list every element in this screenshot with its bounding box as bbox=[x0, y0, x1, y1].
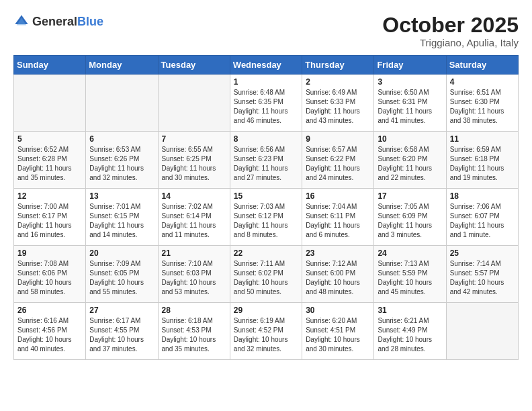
day-info: Sunrise: 7:02 AM Sunset: 6:14 PM Dayligh… bbox=[162, 202, 226, 240]
weekday-header-friday: Friday bbox=[374, 56, 446, 75]
day-cell: 14Sunrise: 7:02 AM Sunset: 6:14 PM Dayli… bbox=[158, 189, 230, 246]
day-number: 4 bbox=[450, 77, 515, 87]
day-cell: 9Sunrise: 6:57 AM Sunset: 6:22 PM Daylig… bbox=[302, 132, 374, 189]
day-cell: 18Sunrise: 7:06 AM Sunset: 6:07 PM Dayli… bbox=[446, 189, 518, 246]
day-info: Sunrise: 6:50 AM Sunset: 6:31 PM Dayligh… bbox=[378, 88, 442, 126]
day-number: 21 bbox=[162, 248, 226, 258]
day-cell: 15Sunrise: 7:03 AM Sunset: 6:12 PM Dayli… bbox=[230, 189, 302, 246]
day-number: 12 bbox=[17, 191, 82, 201]
day-number: 29 bbox=[234, 306, 298, 315]
day-number: 18 bbox=[450, 191, 515, 201]
day-number: 22 bbox=[234, 248, 298, 258]
day-info: Sunrise: 6:52 AM Sunset: 6:28 PM Dayligh… bbox=[17, 145, 82, 183]
weekday-header-row: SundayMondayTuesdayWednesdayThursdayFrid… bbox=[14, 56, 519, 75]
day-info: Sunrise: 6:57 AM Sunset: 6:22 PM Dayligh… bbox=[306, 145, 370, 183]
day-cell: 3Sunrise: 6:50 AM Sunset: 6:31 PM Daylig… bbox=[374, 75, 446, 132]
day-number: 19 bbox=[17, 248, 82, 258]
day-cell: 28Sunrise: 6:18 AM Sunset: 4:53 PM Dayli… bbox=[158, 303, 230, 360]
day-number: 15 bbox=[234, 191, 298, 201]
day-number: 26 bbox=[17, 306, 82, 315]
day-cell: 19Sunrise: 7:08 AM Sunset: 6:06 PM Dayli… bbox=[14, 246, 86, 303]
day-number: 8 bbox=[234, 134, 298, 144]
weekday-header-sunday: Sunday bbox=[14, 56, 86, 75]
day-info: Sunrise: 7:06 AM Sunset: 6:07 PM Dayligh… bbox=[450, 202, 515, 240]
day-cell: 23Sunrise: 7:12 AM Sunset: 6:00 PM Dayli… bbox=[302, 246, 374, 303]
day-cell bbox=[14, 75, 86, 132]
day-cell: 27Sunrise: 6:17 AM Sunset: 4:55 PM Dayli… bbox=[86, 303, 158, 360]
weekday-header-wednesday: Wednesday bbox=[230, 56, 302, 75]
day-number: 25 bbox=[450, 248, 515, 258]
day-info: Sunrise: 7:05 AM Sunset: 6:09 PM Dayligh… bbox=[378, 202, 442, 240]
day-number: 5 bbox=[17, 134, 82, 144]
day-info: Sunrise: 6:53 AM Sunset: 6:26 PM Dayligh… bbox=[89, 145, 154, 183]
day-cell bbox=[446, 303, 518, 360]
day-info: Sunrise: 7:04 AM Sunset: 6:11 PM Dayligh… bbox=[306, 202, 370, 240]
day-cell: 1Sunrise: 6:48 AM Sunset: 6:35 PM Daylig… bbox=[230, 75, 302, 132]
day-info: Sunrise: 6:18 AM Sunset: 4:53 PM Dayligh… bbox=[162, 316, 226, 354]
day-cell bbox=[86, 75, 158, 132]
day-number: 10 bbox=[378, 134, 442, 144]
day-cell: 30Sunrise: 6:20 AM Sunset: 4:51 PM Dayli… bbox=[302, 303, 374, 360]
day-number: 11 bbox=[450, 134, 515, 144]
title-block: October 2025 Triggiano, Apulia, Italy bbox=[382, 13, 519, 48]
day-number: 23 bbox=[306, 248, 370, 258]
week-row-5: 26Sunrise: 6:16 AM Sunset: 4:56 PM Dayli… bbox=[14, 303, 519, 360]
day-info: Sunrise: 6:20 AM Sunset: 4:51 PM Dayligh… bbox=[306, 316, 370, 354]
day-number: 16 bbox=[306, 191, 370, 201]
day-number: 31 bbox=[378, 306, 442, 315]
day-cell: 7Sunrise: 6:55 AM Sunset: 6:25 PM Daylig… bbox=[158, 132, 230, 189]
page-header: GeneralBlue October 2025 Triggiano, Apul… bbox=[13, 13, 519, 48]
day-cell: 17Sunrise: 7:05 AM Sunset: 6:09 PM Dayli… bbox=[374, 189, 446, 246]
location-title: Triggiano, Apulia, Italy bbox=[382, 37, 519, 48]
day-cell bbox=[158, 75, 230, 132]
day-cell: 5Sunrise: 6:52 AM Sunset: 6:28 PM Daylig… bbox=[14, 132, 86, 189]
logo-text-general: General bbox=[32, 15, 77, 28]
day-number: 6 bbox=[89, 134, 154, 144]
day-number: 17 bbox=[378, 191, 442, 201]
logo-text-blue: Blue bbox=[77, 15, 103, 28]
day-info: Sunrise: 6:48 AM Sunset: 6:35 PM Dayligh… bbox=[234, 88, 298, 126]
day-number: 9 bbox=[306, 134, 370, 144]
day-info: Sunrise: 7:10 AM Sunset: 6:03 PM Dayligh… bbox=[162, 259, 226, 297]
day-number: 3 bbox=[378, 77, 442, 87]
week-row-2: 5Sunrise: 6:52 AM Sunset: 6:28 PM Daylig… bbox=[14, 132, 519, 189]
day-info: Sunrise: 6:16 AM Sunset: 4:56 PM Dayligh… bbox=[17, 316, 82, 354]
day-cell: 6Sunrise: 6:53 AM Sunset: 6:26 PM Daylig… bbox=[86, 132, 158, 189]
day-cell: 11Sunrise: 6:59 AM Sunset: 6:18 PM Dayli… bbox=[446, 132, 518, 189]
day-number: 2 bbox=[306, 77, 370, 87]
week-row-1: 1Sunrise: 6:48 AM Sunset: 6:35 PM Daylig… bbox=[14, 75, 519, 132]
day-cell: 21Sunrise: 7:10 AM Sunset: 6:03 PM Dayli… bbox=[158, 246, 230, 303]
logo: GeneralBlue bbox=[13, 13, 103, 30]
day-number: 7 bbox=[162, 134, 226, 144]
day-cell: 4Sunrise: 6:51 AM Sunset: 6:30 PM Daylig… bbox=[446, 75, 518, 132]
day-info: Sunrise: 7:08 AM Sunset: 6:06 PM Dayligh… bbox=[17, 259, 82, 297]
day-cell: 16Sunrise: 7:04 AM Sunset: 6:11 PM Dayli… bbox=[302, 189, 374, 246]
day-number: 30 bbox=[306, 306, 370, 315]
logo-icon bbox=[13, 13, 30, 30]
day-number: 1 bbox=[234, 77, 298, 87]
day-number: 13 bbox=[89, 191, 154, 201]
day-info: Sunrise: 6:55 AM Sunset: 6:25 PM Dayligh… bbox=[162, 145, 226, 183]
day-info: Sunrise: 6:49 AM Sunset: 6:33 PM Dayligh… bbox=[306, 88, 370, 126]
day-cell: 20Sunrise: 7:09 AM Sunset: 6:05 PM Dayli… bbox=[86, 246, 158, 303]
day-cell: 24Sunrise: 7:13 AM Sunset: 5:59 PM Dayli… bbox=[374, 246, 446, 303]
weekday-header-monday: Monday bbox=[86, 56, 158, 75]
day-info: Sunrise: 6:51 AM Sunset: 6:30 PM Dayligh… bbox=[450, 88, 515, 126]
day-info: Sunrise: 7:13 AM Sunset: 5:59 PM Dayligh… bbox=[378, 259, 442, 297]
day-info: Sunrise: 7:09 AM Sunset: 6:05 PM Dayligh… bbox=[89, 259, 154, 297]
day-info: Sunrise: 6:59 AM Sunset: 6:18 PM Dayligh… bbox=[450, 145, 515, 183]
weekday-header-thursday: Thursday bbox=[302, 56, 374, 75]
day-cell: 13Sunrise: 7:01 AM Sunset: 6:15 PM Dayli… bbox=[86, 189, 158, 246]
day-info: Sunrise: 7:00 AM Sunset: 6:17 PM Dayligh… bbox=[17, 202, 82, 240]
day-cell: 25Sunrise: 7:14 AM Sunset: 5:57 PM Dayli… bbox=[446, 246, 518, 303]
week-row-3: 12Sunrise: 7:00 AM Sunset: 6:17 PM Dayli… bbox=[14, 189, 519, 246]
day-cell: 10Sunrise: 6:58 AM Sunset: 6:20 PM Dayli… bbox=[374, 132, 446, 189]
day-number: 28 bbox=[162, 306, 226, 315]
day-cell: 2Sunrise: 6:49 AM Sunset: 6:33 PM Daylig… bbox=[302, 75, 374, 132]
day-info: Sunrise: 7:03 AM Sunset: 6:12 PM Dayligh… bbox=[234, 202, 298, 240]
day-number: 14 bbox=[162, 191, 226, 201]
day-number: 20 bbox=[89, 248, 154, 258]
day-info: Sunrise: 7:14 AM Sunset: 5:57 PM Dayligh… bbox=[450, 259, 515, 297]
day-cell: 31Sunrise: 6:21 AM Sunset: 4:49 PM Dayli… bbox=[374, 303, 446, 360]
day-info: Sunrise: 6:58 AM Sunset: 6:20 PM Dayligh… bbox=[378, 145, 442, 183]
